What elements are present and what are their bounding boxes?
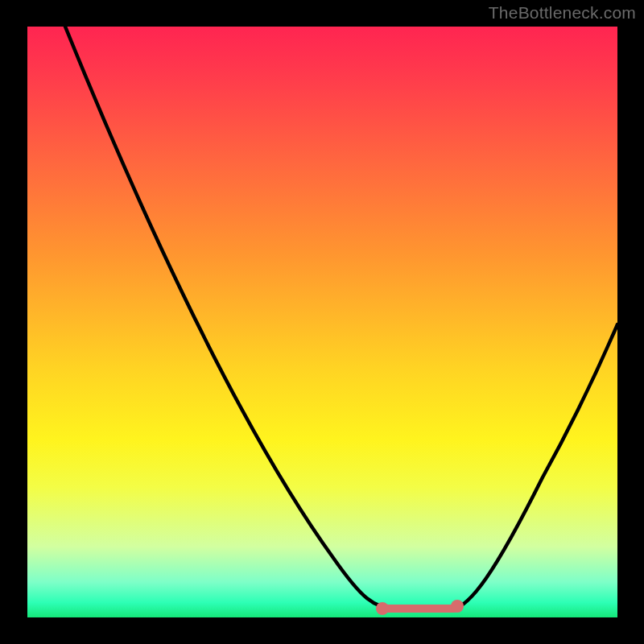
bottleneck-curve — [27, 27, 617, 617]
chart-frame: TheBottleneck.com — [0, 0, 644, 644]
plot-area — [27, 27, 617, 617]
curve-path — [65, 27, 617, 609]
watermark-text: TheBottleneck.com — [489, 3, 636, 23]
flat-region-start-marker — [376, 602, 389, 615]
flat-region-end-marker — [451, 600, 464, 613]
